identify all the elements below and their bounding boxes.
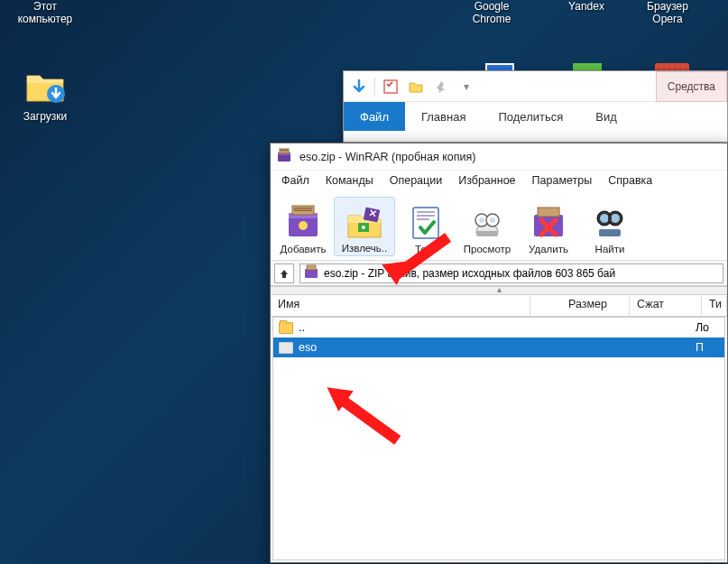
toolbar-extract-label: Извлечь.. <box>342 243 387 254</box>
svg-rect-1 <box>384 80 397 93</box>
menu-commands[interactable]: Команды <box>318 172 381 189</box>
toolbar-find-label: Найти <box>595 244 625 254</box>
qat-dropdown-icon[interactable]: ▾ <box>456 77 476 97</box>
svg-point-14 <box>362 226 365 229</box>
svg-rect-19 <box>476 231 498 236</box>
explorer-tools-label: Средства <box>668 80 715 93</box>
svg-rect-5 <box>281 150 288 151</box>
winrar-pathbar: eso.zip - ZIP архив, размер исходных фай… <box>271 261 727 286</box>
view-icon <box>467 202 507 242</box>
desktop-icon-yandex[interactable]: Yandex <box>550 0 622 13</box>
toolbar-view-button[interactable]: Просмотр <box>456 199 518 256</box>
folder-icon <box>279 322 293 334</box>
file-name: .. <box>299 321 305 334</box>
explorer-tab-view[interactable]: Вид <box>579 102 633 131</box>
column-name[interactable]: Имя <box>271 295 530 316</box>
svg-rect-17 <box>417 215 435 217</box>
svg-rect-32 <box>305 269 318 278</box>
explorer-ribbon-tabs: Файл Главная Поделиться Вид <box>344 102 727 131</box>
extract-icon <box>345 201 384 241</box>
qat-pin-icon[interactable] <box>431 77 451 97</box>
up-directory-button[interactable] <box>274 264 294 283</box>
svg-rect-4 <box>280 149 289 153</box>
winrar-menubar: Файл Команды Операции Избранное Параметр… <box>271 171 727 190</box>
resize-handle[interactable] <box>271 286 727 295</box>
folder-downloads-icon <box>23 63 67 106</box>
column-headers: Имя Размер Сжат Ти <box>271 295 727 317</box>
toolbar-find-button[interactable]: Найти <box>579 199 640 256</box>
desktop-icon-label: Google Chrome <box>456 0 528 25</box>
column-compressed[interactable]: Сжат <box>630 295 702 316</box>
svg-rect-16 <box>417 211 435 213</box>
desktop-icon-this-pc[interactable]: Этот компьютер <box>9 0 81 25</box>
toolbar-view-label: Просмотр <box>464 244 511 254</box>
menu-help[interactable]: Справка <box>601 172 659 189</box>
menu-options[interactable]: Параметры <box>525 172 600 189</box>
explorer-tab-file[interactable]: Файл <box>344 102 405 131</box>
file-list[interactable]: .. Ло eso П <box>272 317 725 560</box>
archive-icon <box>304 264 318 282</box>
menu-operations[interactable]: Операции <box>382 172 449 189</box>
winrar-toolbar: Добавить Извлечь.. Тест Просмотр Удалить <box>271 190 727 261</box>
file-type: Ло <box>696 321 719 334</box>
svg-point-23 <box>490 217 495 223</box>
desktop-icon-label: Yandex <box>550 0 622 13</box>
desktop-icon-label: Этот компьютер <box>9 0 81 25</box>
svg-point-11 <box>299 221 308 230</box>
path-text: eso.zip - ZIP архив, размер исходных фай… <box>324 267 615 280</box>
toolbar-delete-button[interactable]: Удалить <box>518 199 579 256</box>
qat-down-arrow-icon[interactable] <box>349 77 369 97</box>
desktop-icon-chrome[interactable]: Google Chrome <box>456 0 528 25</box>
svg-rect-10 <box>294 210 312 212</box>
file-type: П <box>696 341 719 354</box>
winrar-app-icon <box>276 147 292 166</box>
explorer-tools-tab[interactable]: Средства <box>656 71 727 102</box>
delete-icon <box>529 202 568 242</box>
svg-rect-33 <box>307 265 316 270</box>
winrar-window: eso.zip - WinRAR (пробная копия) Файл Ко… <box>270 143 728 563</box>
explorer-tab-share[interactable]: Поделиться <box>482 102 579 131</box>
qat-folder-icon[interactable] <box>406 77 426 97</box>
file-row-eso[interactable]: eso П <box>273 337 724 357</box>
explorer-window: ▾ Средства Файл Главная Поделиться Вид <box>343 70 728 143</box>
qat-properties-icon[interactable] <box>381 77 401 97</box>
svg-point-22 <box>479 217 484 223</box>
menu-favorites[interactable]: Избранное <box>451 172 522 189</box>
toolbar-add-label: Добавить <box>281 244 327 254</box>
svg-rect-9 <box>294 208 312 209</box>
column-size[interactable]: Размер <box>530 295 630 316</box>
file-name: eso <box>299 341 317 354</box>
file-row-parent[interactable]: .. Ло <box>273 318 724 337</box>
svg-rect-31 <box>608 217 612 220</box>
find-icon <box>590 202 630 242</box>
toolbar-add-button[interactable]: Добавить <box>272 199 334 256</box>
svg-rect-26 <box>599 229 621 236</box>
svg-rect-18 <box>417 218 429 220</box>
path-field[interactable]: eso.zip - ZIP архив, размер исходных фай… <box>299 264 723 283</box>
svg-point-30 <box>611 214 620 223</box>
desktop-icon-label: Загрузки <box>9 110 81 123</box>
svg-rect-25 <box>538 208 559 217</box>
toolbar-delete-label: Удалить <box>529 244 568 254</box>
toolbar-extract-button[interactable]: Извлечь.. <box>334 197 395 256</box>
separator <box>374 78 375 96</box>
column-type[interactable]: Ти <box>702 295 727 316</box>
folder-icon <box>279 342 293 354</box>
desktop-icon-downloads[interactable]: Загрузки <box>9 63 81 123</box>
desktop-icon-label: Браузер Opera <box>631 0 704 25</box>
winrar-title-text: eso.zip - WinRAR (пробная копия) <box>299 151 475 163</box>
menu-file[interactable]: Файл <box>274 172 317 189</box>
desktop-icon-opera[interactable]: Браузер Opera <box>631 0 704 25</box>
explorer-tab-home[interactable]: Главная <box>405 102 482 131</box>
winrar-titlebar[interactable]: eso.zip - WinRAR (пробная копия) <box>271 143 727 171</box>
add-icon <box>283 202 323 242</box>
svg-point-29 <box>600 214 609 223</box>
